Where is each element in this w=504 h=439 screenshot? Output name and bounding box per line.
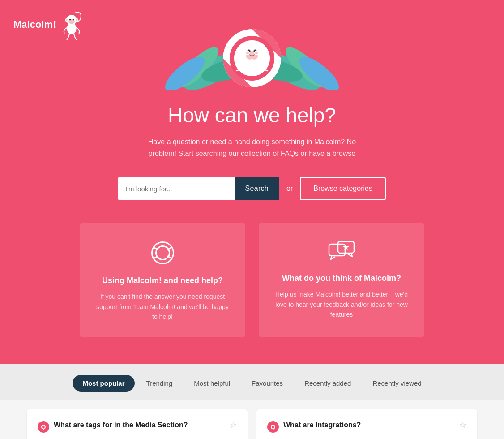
svg-point-6 [66, 19, 68, 21]
svg-point-28 [255, 52, 258, 54]
hero-illustration [158, 0, 346, 90]
feedback-card-title: What do you think of Malcolm? [272, 274, 411, 283]
search-row: Search or Browse categories [0, 177, 504, 200]
faq-2-title: What are Integrations? [283, 420, 455, 430]
feedback-card-icon [272, 241, 411, 265]
svg-line-32 [154, 248, 158, 250]
svg-point-26 [246, 52, 249, 54]
tabs-section: Most popular Trending Most helpful Favou… [0, 364, 504, 400]
faq-1-star-icon[interactable]: ☆ [230, 420, 237, 430]
faq-2-star-icon[interactable]: ☆ [459, 420, 466, 430]
help-card[interactable]: Using Malcolm! and need help? If you can… [80, 223, 245, 337]
svg-point-8 [76, 19, 78, 21]
faq-2-q-badge: Q [267, 421, 279, 433]
tab-trending[interactable]: Trending [137, 375, 183, 392]
svg-point-4 [73, 19, 74, 21]
search-button[interactable]: Search [235, 177, 280, 200]
faq-card-1: Q What are tags for in the Media Section… [27, 409, 248, 439]
faq-1-q-badge: Q [38, 421, 49, 433]
tab-most-helpful[interactable]: Most helpful [184, 375, 240, 392]
faq-2-header: Q What are Integrations? ☆ [267, 420, 466, 433]
help-card-desc: If you can't find the answer you need re… [93, 292, 232, 322]
logo-text: Malcolm! [13, 19, 56, 30]
cards-row: Using Malcolm! and need help? If you can… [0, 223, 504, 337]
tab-recently-added[interactable]: Recently added [295, 375, 361, 392]
logo: Malcolm! [13, 9, 84, 40]
svg-point-29 [246, 59, 258, 73]
svg-line-33 [168, 248, 171, 250]
search-input[interactable] [118, 177, 235, 200]
svg-point-3 [69, 19, 71, 21]
tab-favourites[interactable]: Favourites [242, 375, 293, 392]
hero-title: How can we help? [0, 103, 504, 127]
hero-subtitle: Have a question or need a hand doing som… [136, 136, 368, 159]
faq-1-title: What are tags for in the Media Section? [54, 420, 225, 430]
browse-categories-button[interactable]: Browse categories [300, 177, 386, 200]
feedback-card[interactable]: What do you think of Malcolm? Help us ma… [259, 223, 424, 337]
help-card-icon [93, 241, 232, 267]
search-box: Search [118, 177, 279, 200]
svg-point-31 [156, 246, 169, 260]
svg-point-30 [152, 242, 173, 264]
svg-rect-36 [329, 244, 345, 256]
faq-card-2: Q What are Integrations? ☆ Integrations … [256, 409, 477, 439]
faq-1-header: Q What are tags for in the Media Section… [38, 420, 237, 433]
hero-section: Malcolm! [0, 0, 504, 364]
logo-monkey-icon [60, 9, 84, 40]
tabs-row: Most popular Trending Most helpful Favou… [0, 375, 504, 400]
svg-line-34 [154, 256, 158, 258]
tab-recently-viewed[interactable]: Recently viewed [363, 375, 431, 392]
tab-most-popular[interactable]: Most popular [73, 375, 134, 392]
svg-line-35 [168, 256, 171, 258]
or-label: or [286, 185, 293, 193]
help-card-title: Using Malcolm! and need help? [93, 276, 232, 285]
faq-list: Q What are tags for in the Media Section… [0, 400, 504, 439]
svg-marker-38 [343, 244, 349, 250]
feedback-card-desc: Help us make Malcolm! better and better … [272, 289, 411, 319]
